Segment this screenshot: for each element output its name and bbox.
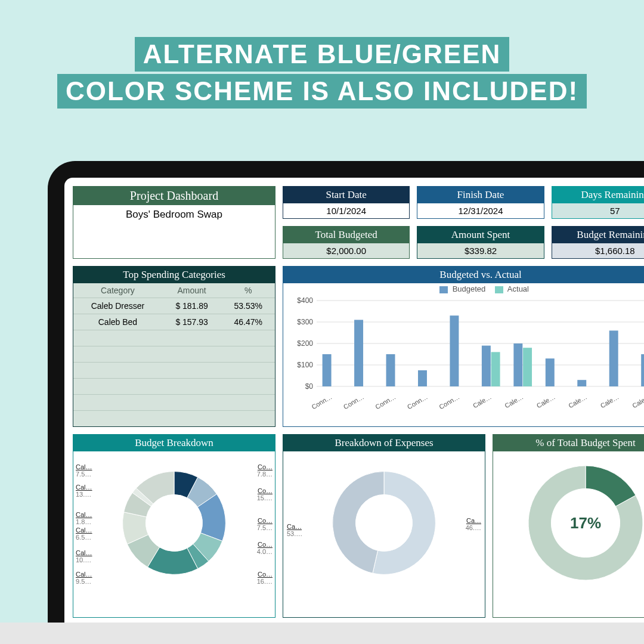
- amount-spent-value: $339.82: [417, 243, 543, 258]
- pct-title: % of Total Budget Spent: [493, 435, 644, 451]
- table-row: .: [73, 395, 275, 411]
- table-row: .: [73, 346, 275, 363]
- donut-label: Co…15.…: [257, 487, 273, 501]
- svg-text:Cale…: Cale…: [567, 393, 588, 409]
- svg-text:Conn…: Conn…: [406, 393, 429, 410]
- svg-rect-16: [418, 370, 427, 386]
- pct-spent-card: % of Total Budget Spent 17%: [493, 434, 644, 618]
- bva-chart: $0$100$200$300$400Conn…Conn…Conn…Conn…Co…: [283, 295, 644, 411]
- svg-text:$0: $0: [305, 382, 314, 391]
- dashboard-screen: Project Dashboard Boys' Bedroom Swap Sta…: [64, 178, 644, 626]
- table-row: .: [73, 330, 275, 346]
- start-date-card: Start Date 10/1/2024: [283, 186, 410, 219]
- svg-rect-28: [577, 380, 586, 386]
- svg-rect-23: [513, 343, 522, 386]
- top-categories-title: Top Spending Categories: [73, 267, 275, 283]
- total-budgeted-value: $2,000.00: [283, 243, 409, 258]
- project-title: Project Dashboard: [73, 187, 275, 205]
- expenses-title: Breakdown of Expenses: [283, 435, 485, 451]
- svg-rect-21: [491, 352, 500, 386]
- svg-text:Conn…: Conn…: [342, 393, 365, 410]
- svg-text:$300: $300: [297, 318, 313, 326]
- svg-text:$100: $100: [297, 361, 313, 369]
- legend-swatch-actual: [495, 286, 503, 293]
- donut-label: Cal…1.8…: [76, 511, 92, 525]
- svg-text:Conn…: Conn…: [374, 393, 397, 410]
- svg-rect-20: [482, 346, 491, 386]
- svg-text:$400: $400: [297, 297, 313, 305]
- budget-breakdown-title: Budget Breakdown: [73, 435, 275, 451]
- svg-text:Cale…: Cale…: [631, 393, 644, 409]
- svg-rect-30: [609, 330, 618, 386]
- svg-rect-12: [354, 320, 363, 386]
- promo-banner: ALTERNATE BLUE/GREEN COLOR SCHEME IS ALS…: [0, 0, 644, 128]
- donut-label: Co…7.8…: [257, 463, 273, 478]
- svg-text:Conn…: Conn…: [310, 393, 333, 410]
- bva-legend: Budgeted Actual: [283, 283, 644, 295]
- project-card: Project Dashboard Boys' Bedroom Swap: [73, 186, 275, 259]
- total-budgeted-label: Total Budgeted: [283, 227, 409, 243]
- finish-date-card: Finish Date 12/31/2024: [417, 186, 544, 219]
- laptop-frame: Project Dashboard Boys' Bedroom Swap Sta…: [48, 161, 644, 626]
- table-row: Caleb Bed $ 157.93 46.47%: [73, 314, 275, 330]
- days-remaining-card: Days Remaining 57: [552, 186, 644, 219]
- budget-remaining-label: Budget Remaining: [552, 227, 644, 243]
- bar-chart-svg: $0$100$200$300$400Conn…Conn…Conn…Conn…Co…: [289, 297, 644, 410]
- days-remaining-label: Days Remaining: [552, 187, 644, 203]
- amount-spent-label: Amount Spent: [417, 227, 543, 243]
- budget-breakdown-card: Budget Breakdown Cal…7.5… Cal…13.… Cal…1…: [73, 434, 275, 618]
- svg-rect-32: [641, 354, 644, 386]
- donut-label: Ca…46.…: [466, 517, 481, 531]
- banner-line-2: COLOR SCHEME IS ALSO INCLUDED!: [57, 74, 587, 109]
- svg-rect-18: [450, 315, 459, 386]
- donut-label: Ca…53.…: [287, 523, 302, 537]
- start-date-value: 10/1/2024: [283, 203, 409, 218]
- donut-label: Cal…6.5…: [76, 527, 92, 541]
- bva-title: Budgeted vs. Actual: [283, 267, 644, 283]
- svg-text:Cale…: Cale…: [472, 393, 493, 409]
- donut-label: Cal…10.…: [76, 549, 92, 564]
- table-row: Caleb Dresser $ 181.89 53.53%: [73, 298, 275, 314]
- days-remaining-value: 57: [552, 203, 644, 218]
- svg-text:Cale…: Cale…: [599, 393, 620, 409]
- table-row: .: [73, 363, 275, 379]
- svg-text:Cale…: Cale…: [503, 393, 524, 409]
- pct-center-value: 17%: [570, 514, 601, 532]
- svg-rect-14: [386, 354, 395, 386]
- laptop-stand: [0, 623, 644, 644]
- svg-rect-26: [546, 358, 555, 386]
- donut-label: Co…4.0…: [257, 541, 273, 555]
- top-categories-card: Top Spending Categories Category Amount …: [73, 266, 275, 427]
- col-category: Category: [73, 283, 162, 298]
- donut-label: Cal…13.…: [76, 484, 92, 498]
- expenses-breakdown-card: Breakdown of Expenses Ca…53.… Ca…46.…: [283, 434, 485, 618]
- total-budgeted-card: Total Budgeted $2,000.00: [283, 226, 410, 259]
- svg-text:Conn…: Conn…: [438, 393, 460, 410]
- finish-date-label: Finish Date: [417, 187, 543, 203]
- table-row: .: [73, 379, 275, 395]
- svg-text:Cale…: Cale…: [535, 393, 556, 409]
- start-date-label: Start Date: [283, 187, 409, 203]
- banner-line-1: ALTERNATE BLUE/GREEN: [135, 37, 510, 72]
- bottom-row: Budget Breakdown Cal…7.5… Cal…13.… Cal…1…: [73, 434, 644, 618]
- col-pct: %: [221, 283, 275, 298]
- budgeted-vs-actual-card: Budgeted vs. Actual Budgeted Actual $0$1…: [283, 266, 644, 427]
- donut-breakdown: [120, 469, 228, 577]
- col-amount: Amount: [162, 283, 222, 298]
- donut-label: Cal…7.5…: [76, 463, 92, 478]
- svg-rect-10: [323, 354, 332, 386]
- donut-label: Cal…9.5…: [76, 571, 92, 585]
- date-row: Start Date 10/1/2024 Finish Date 12/31/2…: [283, 186, 644, 219]
- budget-remaining-card: Budget Remaining $1,660.18: [552, 226, 644, 259]
- budget-remaining-value: $1,660.18: [552, 243, 644, 258]
- legend-actual: Actual: [507, 284, 529, 293]
- svg-rect-24: [523, 348, 532, 386]
- donut-expenses: [330, 469, 438, 577]
- legend-swatch-budgeted: [439, 286, 448, 293]
- finish-date-value: 12/31/2024: [417, 203, 543, 218]
- legend-budgeted: Budgeted: [453, 284, 486, 293]
- budget-row: Total Budgeted $2,000.00 Amount Spent $3…: [283, 226, 644, 259]
- donut-label: Co…16.…: [257, 571, 273, 585]
- table-row: .: [73, 411, 275, 427]
- amount-spent-card: Amount Spent $339.82: [417, 226, 544, 259]
